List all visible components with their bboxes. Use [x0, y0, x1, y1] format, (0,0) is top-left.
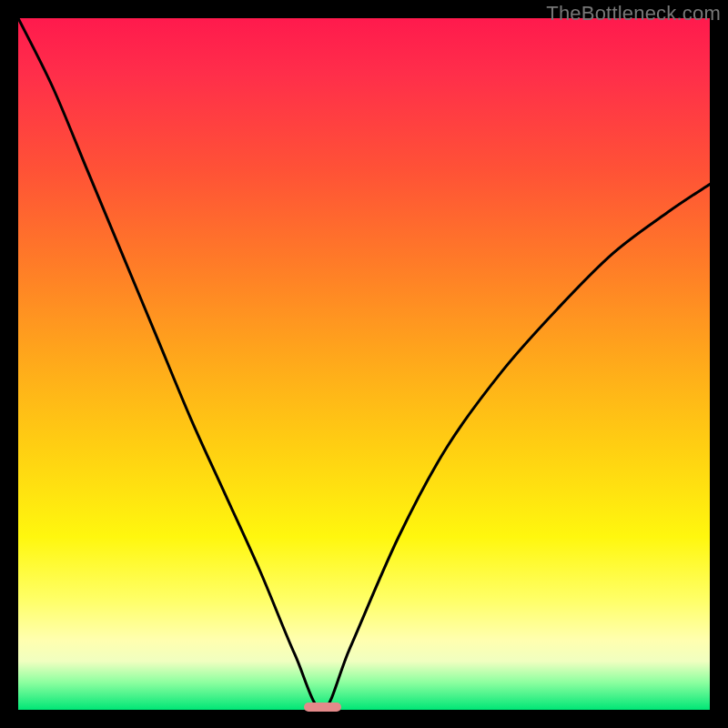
- bottleneck-curve: [18, 18, 710, 710]
- chart-frame: TheBottleneck.com: [0, 0, 728, 728]
- minimum-marker: [304, 703, 342, 712]
- watermark-text: TheBottleneck.com: [546, 2, 721, 25]
- plot-area: [18, 18, 710, 710]
